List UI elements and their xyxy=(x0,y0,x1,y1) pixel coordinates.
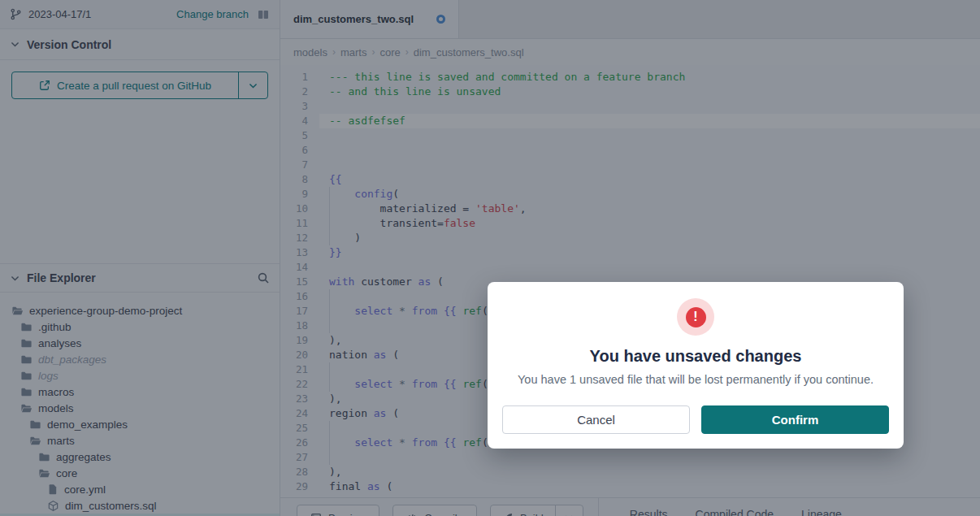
exclamation-icon: ! xyxy=(686,307,706,327)
cancel-button[interactable]: Cancel xyxy=(502,405,690,434)
dialog-body: You have 1 unsaved file that will be los… xyxy=(518,373,874,386)
unsaved-changes-dialog: ! You have unsaved changes You have 1 un… xyxy=(488,282,904,449)
dialog-title: You have unsaved changes xyxy=(590,347,802,366)
confirm-button[interactable]: Confirm xyxy=(701,405,889,434)
alert-icon: ! xyxy=(677,298,714,336)
